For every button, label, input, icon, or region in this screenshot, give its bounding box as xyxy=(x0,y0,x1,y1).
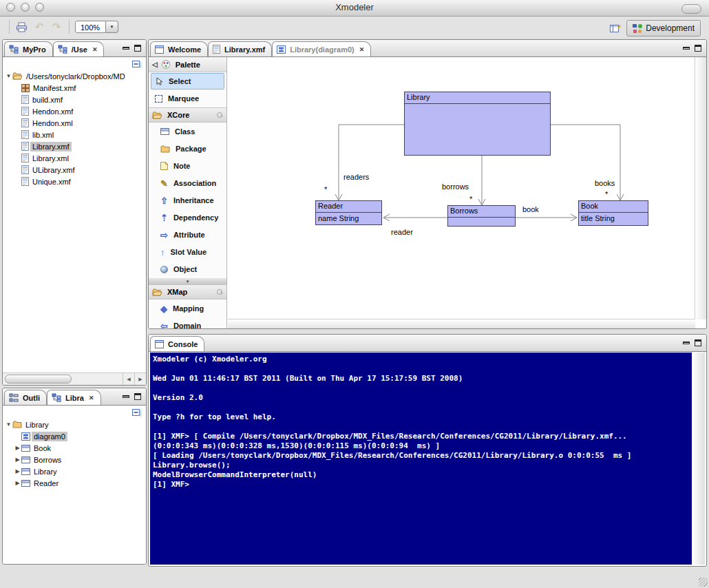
tab-console[interactable]: Console xyxy=(150,336,204,351)
tree-item-hendon-xml[interactable]: Hendon.xml xyxy=(3,117,146,129)
tab-library-diagram0[interactable]: Library(diagram0) xyxy=(272,41,371,56)
console-vertical-scrollbar[interactable] xyxy=(692,353,705,565)
collapse-palette-icon[interactable]: ◁ xyxy=(152,61,158,68)
tab-welcome[interactable]: Welcome xyxy=(150,41,208,56)
canvas-vertical-scrollbar[interactable] xyxy=(695,57,706,319)
tree-item-build-xmf[interactable]: build.xmf xyxy=(3,94,146,105)
collapse-all-icon[interactable] xyxy=(132,409,141,417)
edge-label-borrows[interactable]: borrows xyxy=(442,182,469,191)
maximize-view-button[interactable] xyxy=(134,393,141,400)
edge-label-book[interactable]: book xyxy=(522,205,539,213)
close-window-button[interactable] xyxy=(6,3,15,12)
expander-expanded-icon[interactable]: ▼ xyxy=(5,421,12,428)
tree-item-ulibrary-xmf[interactable]: ULibrary.xmf xyxy=(3,164,146,176)
palette-tool-select[interactable]: Select xyxy=(151,73,224,90)
edge-readers[interactable] xyxy=(339,125,404,200)
development-perspective-button[interactable]: Development xyxy=(626,20,701,36)
tree-item-lib-xml[interactable]: lib.xml xyxy=(3,129,146,140)
close-icon[interactable] xyxy=(92,46,98,53)
palette-tool-package[interactable]: Package xyxy=(151,140,224,157)
tab-library-xmf[interactable]: Library.xmf xyxy=(208,41,272,56)
tree-item-manifest-xmf[interactable]: Manifest.xmf xyxy=(3,82,146,94)
minimize-view-button[interactable] xyxy=(123,47,129,50)
tab-outline[interactable]: Outli xyxy=(4,390,47,405)
redo-button[interactable]: ↷ xyxy=(50,19,63,34)
tree-item-borrows[interactable]: ▶Borrows xyxy=(3,454,146,465)
class-node-borrows[interactable]: Borrows xyxy=(447,205,516,227)
expander-collapsed-icon[interactable]: ▶ xyxy=(14,456,21,463)
expander-collapsed-icon[interactable]: ▶ xyxy=(14,480,21,486)
close-icon[interactable] xyxy=(89,395,94,401)
toolbar-toggle-button[interactable] xyxy=(681,4,701,14)
palette-tool-marquee[interactable]: Marquee xyxy=(151,90,224,107)
scrollbar-thumb[interactable] xyxy=(5,375,72,384)
palette-tool-object[interactable]: Object xyxy=(151,261,224,277)
palette-tool-dependency[interactable]: ⇡Dependency xyxy=(151,209,224,226)
expander-expanded-icon[interactable]: ▼ xyxy=(5,73,12,79)
zoom-dropdown-button[interactable] xyxy=(106,21,118,33)
zoom-level-value[interactable]: 100% xyxy=(75,21,106,33)
tree-item-library[interactable]: ▶Library xyxy=(3,465,146,477)
class-node-attribute[interactable]: name String xyxy=(316,213,381,224)
tree-item-diagram0[interactable]: diagram0 xyxy=(3,430,146,442)
tab-mypro[interactable]: MyPro xyxy=(4,41,53,56)
minimize-window-button[interactable] xyxy=(21,3,30,12)
palette-tool-attribute[interactable]: ⇨Attribute xyxy=(151,227,224,243)
tree-item-hendon-xmf[interactable]: Hendon.xmf xyxy=(3,105,146,117)
expander-collapsed-icon[interactable]: ▶ xyxy=(14,468,21,474)
edge-label-books[interactable]: books xyxy=(595,179,615,187)
undo-button[interactable]: ↶ xyxy=(32,19,46,34)
class-node-library[interactable]: Library xyxy=(404,92,551,156)
minimize-view-button[interactable] xyxy=(683,342,690,344)
palette-scroll-down-button[interactable]: ▾ xyxy=(149,278,226,284)
scroll-left-button[interactable]: ◀ xyxy=(123,373,134,385)
maximize-view-button[interactable] xyxy=(695,339,701,346)
class-node-attribute[interactable]: title String xyxy=(579,213,648,224)
palette-tool-slot-value[interactable]: ↑Slot Value xyxy=(151,244,224,260)
edge-label-readers[interactable]: readers xyxy=(343,173,369,181)
tree-item--users-tonyclark-dropbox-md[interactable]: ▼/Users/tonyclark/Dropbox/MD xyxy=(3,70,146,82)
close-icon[interactable] xyxy=(359,46,365,53)
scroll-right-button[interactable]: ▶ xyxy=(134,373,146,385)
class-node-attribute[interactable] xyxy=(448,218,515,229)
explorer-horizontal-scrollbar[interactable]: ◀ ▶ xyxy=(3,372,146,385)
expander-collapsed-icon[interactable]: ▶ xyxy=(14,445,21,451)
palette-group-xmap[interactable]: XMap xyxy=(149,284,226,300)
zoom-window-button[interactable] xyxy=(35,3,44,12)
tree-item-reader[interactable]: ▶Reader xyxy=(3,477,146,489)
maximize-view-button[interactable] xyxy=(134,45,141,52)
maximize-view-button[interactable] xyxy=(695,45,701,52)
open-perspective-button[interactable]: ★ xyxy=(609,21,623,36)
edge-multiplicity-books[interactable]: * xyxy=(605,190,608,198)
tree-item-book[interactable]: ▶Book xyxy=(3,442,146,454)
resize-grip[interactable] xyxy=(699,578,708,587)
diagram-canvas[interactable]: LibraryReadername StringBorrowsBooktitle… xyxy=(228,57,695,319)
pin-drawer-icon[interactable] xyxy=(216,288,223,295)
palette-tool-inheritance[interactable]: ⇧Inheritance xyxy=(151,192,224,209)
palette-header[interactable]: ◁ Palette xyxy=(149,57,226,72)
palette-tool-mapping[interactable]: ◆Mapping xyxy=(151,300,224,317)
palette-tool-note[interactable]: Note xyxy=(151,158,224,174)
tree-item-library-xmf[interactable]: Library.xmf xyxy=(3,140,146,152)
edge-label-reader[interactable]: reader xyxy=(391,228,413,236)
minimize-view-button[interactable] xyxy=(683,47,690,50)
class-node-book[interactable]: Booktitle String xyxy=(578,200,648,226)
minimize-view-button[interactable] xyxy=(123,395,129,398)
edge-multiplicity-readers[interactable]: * xyxy=(324,185,327,193)
edge-multiplicity-borrows[interactable]: * xyxy=(469,195,472,203)
canvas-horizontal-scrollbar[interactable] xyxy=(228,319,695,328)
palette-tool-class[interactable]: Class xyxy=(151,123,224,140)
tree-item-library-xml[interactable]: Library.xml xyxy=(3,152,146,164)
console-output[interactable]: Xmodeler (c) Xmodeler.org Wed Jun 01 11:… xyxy=(150,353,692,565)
pin-drawer-icon[interactable] xyxy=(216,112,223,118)
print-button[interactable] xyxy=(15,19,29,34)
palette-group-xcore[interactable]: XCore xyxy=(149,107,226,123)
tree-item-unique-xmf[interactable]: Unique.xmf xyxy=(3,176,146,187)
tab-library[interactable]: Libra xyxy=(47,390,100,405)
tree-item-library[interactable]: ▼Library xyxy=(3,419,146,430)
zoom-combo[interactable]: 100% xyxy=(75,21,118,33)
palette-tool-association[interactable]: ✎Association xyxy=(151,175,224,191)
collapse-all-icon[interactable] xyxy=(132,61,141,69)
tab-use[interactable]: /Use xyxy=(53,41,105,56)
class-node-reader[interactable]: Readername String xyxy=(315,200,382,225)
